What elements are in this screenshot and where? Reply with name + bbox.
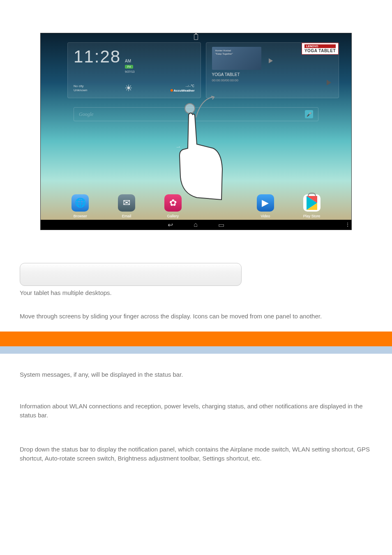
- thumb-caption-1: Hunter Hustad: [215, 49, 231, 52]
- chevron-icon: ⇀: [176, 144, 180, 150]
- gallery-icon: ✿: [164, 194, 182, 212]
- blue-divider: [0, 346, 392, 354]
- browser-app: 🌐 Browser: [66, 194, 95, 218]
- sun-icon: ☀: [125, 83, 133, 94]
- accuweather-dot-icon: [171, 89, 173, 92]
- hidden-icon: [210, 194, 228, 212]
- yoga-product: YOGA TABLET: [304, 48, 336, 53]
- clock-time: 11:28: [74, 47, 121, 67]
- weather-city-line1: No city: [74, 84, 87, 88]
- lenovo-yoga-logo: LENOVO YOGA TABLET: [302, 43, 339, 55]
- paragraph-3: System messages, if any, will be display…: [20, 370, 372, 380]
- lenovo-brand: LENOVO: [304, 44, 336, 48]
- thumb-caption-2: "Keep Together": [215, 53, 233, 55]
- browser-label: Browser: [74, 214, 87, 218]
- home-icon: ⌂: [194, 221, 198, 228]
- tablet-screenshot: 11:28 AM Fri 9/27/13 No city Unknown ☀ -…: [40, 33, 352, 230]
- video-app: ▶ Video: [251, 194, 280, 218]
- clock-day: Fri: [125, 65, 133, 69]
- android-nav-bar: ↩ ⌂ ▭: [41, 220, 351, 230]
- gallery-app: ✿ Gallery: [159, 194, 187, 218]
- paragraph-1: Your tablet has multiple desktops.: [20, 288, 372, 298]
- battery-icon: [194, 34, 198, 40]
- email-label: Email: [122, 214, 131, 218]
- paragraph-2: Move through screens by sliding your fin…: [20, 312, 372, 321]
- email-app: ✉ Email: [112, 194, 141, 218]
- app-dock: 🌐 Browser ✉ Email ✿ Gallery ▶ Video: [41, 194, 351, 218]
- video-icon: ▶: [257, 194, 274, 212]
- video-label: Video: [261, 214, 270, 218]
- weather-provider: AccuWeather: [174, 88, 195, 93]
- paragraph-5: Drop down the status bar to display the …: [20, 445, 372, 463]
- weather-temp: --/--℃: [171, 84, 195, 88]
- search-placeholder: Google: [79, 111, 93, 117]
- hand-icon: [172, 111, 230, 202]
- clock-date: 9/27/13: [125, 70, 134, 73]
- orange-divider: [0, 332, 392, 346]
- gallery-label: Gallery: [167, 214, 179, 218]
- clock-weather-widget: 11:28 AM Fri 9/27/13 No city Unknown ☀ -…: [67, 42, 201, 98]
- swipe-gesture-illustration: ⇀: [168, 95, 234, 198]
- recent-apps-icon: ▭: [218, 221, 224, 229]
- play-icon: [327, 80, 331, 85]
- tablet-status-bar: [41, 33, 351, 41]
- play-store-icon: [303, 194, 321, 212]
- paragraph-4: Information about WLAN connections and r…: [20, 402, 372, 420]
- back-icon: ↩: [168, 221, 173, 229]
- browser-icon: 🌐: [71, 194, 89, 212]
- yoga-video-widget: LENOVO YOGA TABLET Hunter Hustad "Keep T…: [206, 42, 339, 98]
- play-store-app: Play Store: [297, 194, 326, 218]
- play-store-label: Play Store: [303, 214, 321, 218]
- menu-dots-icon: [347, 223, 348, 227]
- mic-icon: 🎤: [305, 110, 313, 118]
- video-thumbnail: Hunter Hustad "Keep Together": [212, 47, 261, 70]
- weather-city-line2: Unknown: [74, 88, 87, 92]
- email-icon: ✉: [118, 194, 135, 212]
- video-title: YOGA TABLET: [212, 72, 333, 77]
- video-time: 00:00:00/00:00:00: [212, 78, 333, 82]
- placeholder-box: [20, 263, 242, 286]
- clock-ampm: AM: [125, 59, 134, 63]
